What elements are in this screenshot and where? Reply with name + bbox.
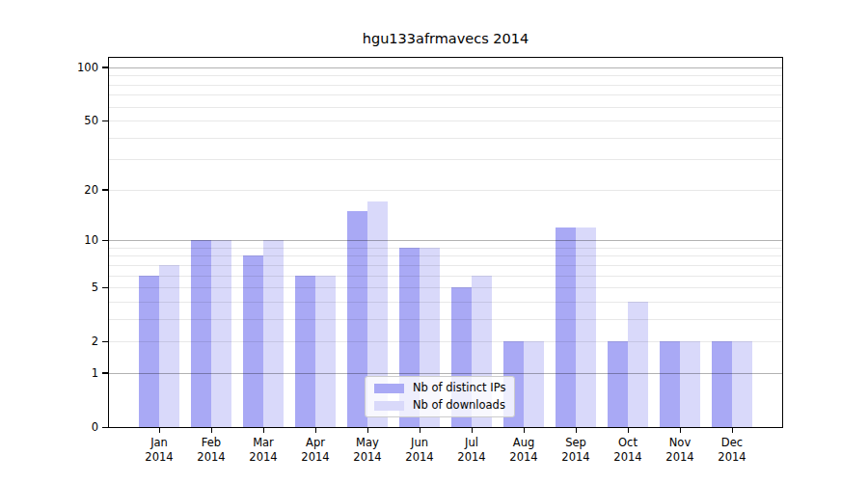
x-tick-oct <box>628 428 630 433</box>
bar-downloads-dec <box>732 341 752 427</box>
y-tick-1 <box>102 372 108 374</box>
x-tick-label-dec: Dec 2014 <box>706 436 758 465</box>
y-tick-20 <box>102 189 108 191</box>
x-tick-label-oct: Oct 2014 <box>602 436 654 465</box>
y-tick-label-0: 0 <box>54 420 98 434</box>
legend-label: Nb of downloads <box>413 399 505 412</box>
x-tick-label-aug: Aug 2014 <box>498 436 550 465</box>
y-tick-100 <box>102 67 108 68</box>
gridline-minor-4 <box>109 302 782 303</box>
x-tick-label-sep: Sep 2014 <box>550 436 602 465</box>
bar-downloads-oct <box>628 302 648 427</box>
gridline-minor-20 <box>109 190 782 191</box>
gridline-major-1 <box>109 373 782 374</box>
y-tick-label-100: 100 <box>54 61 98 74</box>
x-tick-jul <box>472 428 474 433</box>
gridline-major-100 <box>109 67 782 68</box>
figure: hgu133afrmavecs 2014 Nb of distinct IPs … <box>0 0 868 482</box>
x-tick-apr <box>315 428 317 433</box>
legend-item-distinct-ips: Nb of distinct IPs <box>374 382 505 394</box>
y-tick-2 <box>102 341 108 343</box>
x-tick-may <box>367 428 369 433</box>
x-tick-aug <box>524 428 526 433</box>
bar-downloads-nov <box>680 341 700 427</box>
legend-swatch <box>374 384 404 393</box>
chart-title: hgu133afrmavecs 2014 <box>108 31 783 46</box>
gridline-minor-30 <box>109 159 782 160</box>
gridline-minor-60 <box>109 107 782 108</box>
legend: Nb of distinct IPs Nb of downloads <box>365 376 515 417</box>
y-tick-label-2: 2 <box>54 335 98 348</box>
y-tick-0 <box>102 427 108 429</box>
y-tick-label-1: 1 <box>54 366 98 380</box>
bar-downloads-aug <box>524 341 544 427</box>
legend-label: Nb of distinct IPs <box>413 382 505 394</box>
x-tick-label-jun: Jun 2014 <box>393 436 446 465</box>
x-tick-sep <box>576 428 578 433</box>
y-tick-10 <box>102 240 108 242</box>
x-tick-label-may: May 2014 <box>341 436 393 465</box>
y-tick-label-50: 50 <box>54 114 98 127</box>
gridline-minor-9 <box>109 248 782 249</box>
y-tick-label-20: 20 <box>54 183 98 197</box>
y-tick-5 <box>102 287 108 289</box>
bar-downloads-feb <box>211 240 231 427</box>
x-tick-dec <box>732 428 734 433</box>
gridline-minor-5 <box>109 287 782 288</box>
x-tick-nov <box>680 428 682 433</box>
bar-downloads-sep <box>576 228 596 427</box>
y-tick-50 <box>102 120 108 122</box>
legend-item-downloads: Nb of downloads <box>374 399 505 412</box>
bar-downloads-jan <box>159 265 179 427</box>
gridline-minor-6 <box>109 276 782 277</box>
gridline-major-10 <box>109 240 782 241</box>
gridline-minor-40 <box>109 138 782 139</box>
gridline-minor-7 <box>109 265 782 266</box>
x-tick-label-feb: Feb 2014 <box>185 436 237 465</box>
gridline-minor-3 <box>109 319 782 320</box>
x-tick-feb <box>211 428 213 433</box>
gridline-minor-80 <box>109 85 782 86</box>
x-tick-jun <box>420 428 421 433</box>
bar-ips-apr <box>295 276 315 427</box>
bar-downloads-mar <box>263 240 284 427</box>
gridline-minor-8 <box>109 255 782 256</box>
x-tick-label-mar: Mar 2014 <box>237 436 289 465</box>
x-tick-mar <box>263 428 265 433</box>
bar-ips-jan <box>139 276 159 427</box>
bar-ips-oct <box>608 341 628 427</box>
gridline-minor-90 <box>109 75 782 76</box>
x-tick-label-jul: Jul 2014 <box>446 436 498 465</box>
y-tick-label-5: 5 <box>54 281 98 294</box>
bar-ips-nov <box>660 341 680 427</box>
bar-ips-feb <box>191 240 211 427</box>
bar-downloads-apr <box>315 276 336 427</box>
x-tick-label-jan: Jan 2014 <box>133 436 185 465</box>
x-tick-label-nov: Nov 2014 <box>654 436 706 465</box>
gridline-minor-2 <box>109 341 782 342</box>
x-tick-label-apr: Apr 2014 <box>289 436 341 465</box>
y-tick-label-10: 10 <box>54 233 98 247</box>
bar-ips-dec <box>712 341 732 427</box>
bar-ips-sep <box>556 228 576 427</box>
gridline-minor-50 <box>109 120 782 121</box>
gridline-minor-70 <box>109 94 782 95</box>
legend-swatch <box>374 401 404 411</box>
x-tick-jan <box>159 428 161 433</box>
plot-area: Nb of distinct IPs Nb of downloads <box>108 57 783 428</box>
